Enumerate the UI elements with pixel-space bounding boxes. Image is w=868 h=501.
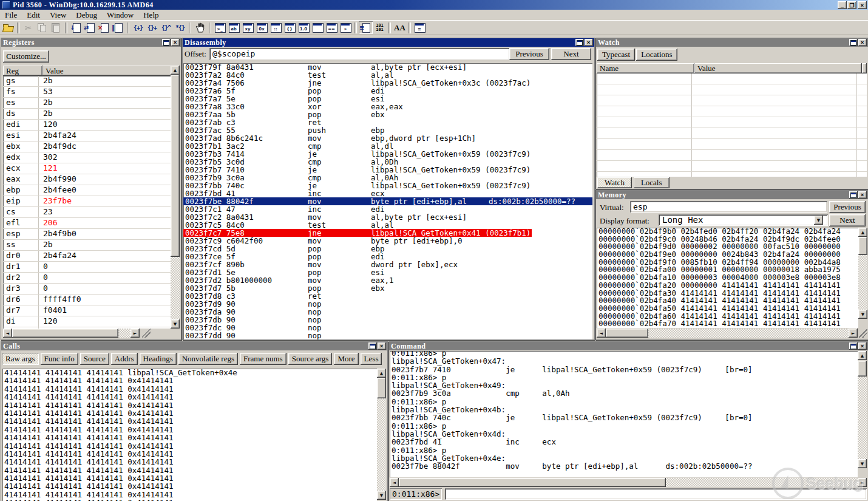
register-row[interactable]: esi2b4fa24 [3,131,172,141]
scroll-up-icon[interactable]: ▲ [858,351,867,360]
menu-help[interactable]: Help [138,10,163,20]
go-button[interactable]: ↓ [69,21,83,34]
scrollbar-thumb[interactable] [12,329,118,338]
watch-row[interactable] [597,73,867,84]
disassembly-row[interactable]: 0023f7a8 33c0xoreax,eax [183,103,592,111]
command-output[interactable]: 0:011:x86> plibpal!SCA_GetToken+0x47:002… [390,351,858,477]
scrollbar-thumb[interactable] [858,361,867,377]
cut-button[interactable]: ✂ [21,21,35,34]
scrollbar-track[interactable] [171,257,180,319]
close-icon[interactable]: × [858,343,867,350]
disassembly-row[interactable]: 0023f7d9 90nop [183,300,592,308]
memory-row[interactable]: 00000000`02b4fa70 41414141 41414141 4141… [598,320,858,328]
register-row[interactable]: gs2b [3,76,172,87]
call-frame-row[interactable]: 41414141 41414141 41414141 0x41414141 [4,442,377,450]
register-row[interactable]: ecx121 [3,163,172,174]
call-frame-row[interactable]: 41414141 41414141 41414141 0x41414141 [4,458,377,466]
watch-row[interactable] [597,139,867,150]
disassembly-row[interactable]: 0023f7cd 5dpopebp [183,245,592,253]
dock-icon[interactable] [849,343,858,350]
open-command-window-button[interactable]: >_ [213,21,227,34]
open-watch-window-button[interactable]: ab [227,21,241,34]
disassembly-row[interactable]: 0023f7c9 c6042f00movbyte ptr [edi+ebp],0 [183,237,592,245]
virtual-input[interactable]: esp [630,201,827,213]
register-row[interactable]: ds2b [3,109,172,120]
call-frame-row[interactable]: 41414141 41414141 41414141 0x41414141 [4,426,377,434]
scrollbar-track[interactable] [858,255,867,310]
register-row[interactable]: ebx2b4f9dc [3,141,172,152]
call-frame-row[interactable]: 41414141 41414141 41414141 0x41414141 [4,434,377,441]
open-script-window-button[interactable]: » [339,21,353,34]
resize-grip[interactable] [859,329,867,338]
scroll-left-icon[interactable]: ◄ [3,329,12,338]
open-source-window-button[interactable]: == [325,21,339,34]
dock-icon[interactable] [849,39,858,46]
minimize-button[interactable]: _ [838,1,847,9]
next-button[interactable]: Next [829,214,866,227]
disassembly-row[interactable]: 0023f7dc 90nop [183,324,592,332]
calls-button-nonvolatile-regs[interactable]: Nonvolatile regs [178,353,238,365]
disassembly-row[interactable]: 0023f7da 90nop [183,308,592,316]
calls-button-func-info[interactable]: Func info [41,353,78,365]
scrollbar-track[interactable] [648,329,849,338]
scroll-down-icon[interactable]: ▼ [858,310,867,319]
scroll-down-icon[interactable]: ▼ [377,491,386,500]
calls-listing[interactable]: 41414141 41414141 41414141 libpal!SCA_Ge… [2,369,377,501]
register-row[interactable]: fs53 [3,87,172,98]
watch-row[interactable] [597,161,867,172]
disassembly-row[interactable]: 0023f7ab c3ret [183,118,592,126]
disassembly-row[interactable]: 0023f7d7 5bpopebx [183,284,592,292]
command-input[interactable] [447,489,867,499]
scroll-left-icon[interactable]: ◄ [390,478,399,487]
step-into-button[interactable]: {+} [131,21,145,34]
options-button[interactable]: ≡ [413,21,427,34]
resize-grip[interactable] [142,329,151,338]
scrollbar-track[interactable] [858,377,867,459]
scrollbar-track[interactable] [118,329,131,338]
disassembly-row[interactable]: 0023f7bb 740cjelibpal!SCA_GetToken+0x59 … [183,182,592,189]
open-disassembly-window-button[interactable]: 1.0 [297,21,311,34]
dock-icon[interactable] [575,39,584,46]
register-row[interactable]: dr7f0401 [3,305,172,316]
step-over-button[interactable]: {}+ [145,21,159,34]
scroll-down-icon[interactable]: ▼ [171,319,180,329]
register-row[interactable]: eip23f7be [3,196,172,207]
calls-button-more[interactable]: More [334,353,358,365]
typecast-button[interactable]: Typecast [597,49,635,61]
offset-input[interactable]: @$scopeip [209,48,510,60]
disassembly-row[interactable]: 0023f7dd 90nop [183,332,592,339]
register-row[interactable]: cs23 [3,207,172,218]
restart-button[interactable]: ‖ [111,21,125,34]
locations-button[interactable]: Locations [636,49,677,61]
register-row[interactable]: dr30 [3,284,172,295]
break-button[interactable] [193,21,207,34]
tab-locals[interactable]: Locals [634,177,670,188]
disassembly-row[interactable]: 0023f7cf 890bmovdword ptr [ebx],ecx [183,261,592,268]
scroll-right-icon[interactable]: ► [849,329,858,338]
register-row[interactable]: edx302 [3,152,172,163]
call-frame-row[interactable]: 41414141 41414141 41414141 0x41414141 [4,499,377,501]
calls-button-raw-args[interactable]: Raw args [2,353,39,365]
watch-col-value[interactable]: Value [694,63,862,73]
scrollbar-thumb[interactable] [606,329,648,338]
stop-debugging-button[interactable]: × [97,21,111,34]
scrollbar-thumb[interactable] [399,478,666,487]
scroll-right-icon[interactable]: ► [858,478,867,487]
call-frame-row[interactable]: 41414141 41414141 41414141 0x41414141 [4,466,377,474]
assembly-options-button[interactable]: 101 101 [373,21,387,34]
call-frame-row[interactable]: 41414141 41414141 41414141 libpal!SCA_Ge… [4,369,377,377]
step-out-button[interactable]: {}^ [159,21,173,34]
disassembly-row[interactable]: 0023f7a6 5fpopedi [183,87,592,95]
disassembly-row[interactable]: 0023f7d2 b801000000moveax,1 [183,276,592,284]
previous-button[interactable]: Previous [509,48,549,60]
paste-button[interactable] [49,21,63,34]
scroll-left-icon[interactable]: ◄ [597,329,606,338]
register-row[interactable]: eax2b4f990 [3,174,172,185]
watch-row[interactable] [597,117,867,128]
close-icon[interactable]: × [858,39,867,46]
tab-watch[interactable]: Watch [597,177,632,188]
menu-edit[interactable]: Edit [22,10,45,20]
go-unhandled-button[interactable]: ⇄ [83,21,97,34]
call-frame-row[interactable]: 41414141 41414141 41414141 0x41414141 [4,474,377,482]
scrollbar-thumb[interactable] [377,378,386,398]
